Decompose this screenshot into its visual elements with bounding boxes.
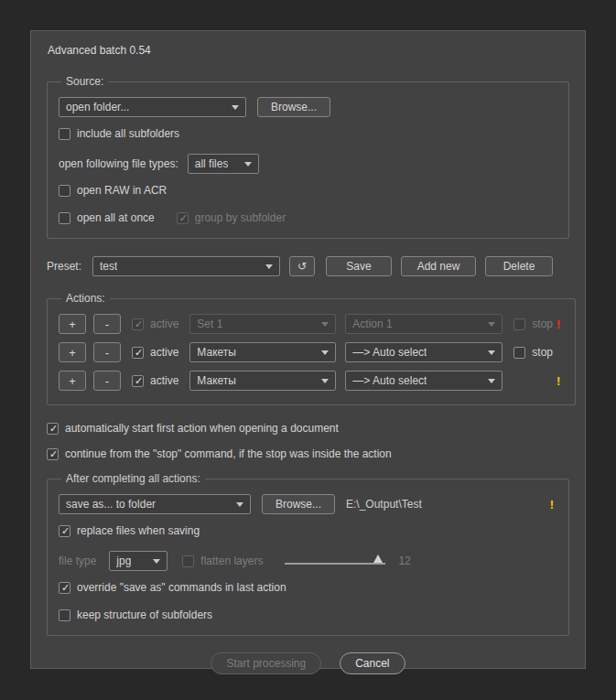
preset-value: test <box>100 260 117 273</box>
action-row-2: + - active Макеты —> Auto select stop <box>59 342 564 362</box>
open-raw-checkbox[interactable] <box>59 185 70 197</box>
source-folder-row: open folder... Browse... <box>59 97 557 117</box>
source-type-dropdown[interactable]: open folder... <box>59 97 246 117</box>
file-types-dropdown[interactable]: all files <box>188 154 259 174</box>
chevron-down-icon <box>236 502 243 507</box>
file-type-label: file type <box>59 555 96 567</box>
file-type-row: file type jpg flatten layers 12 <box>59 551 557 571</box>
preset-dropdown[interactable]: test <box>92 256 280 276</box>
action-name-value: —> Auto select <box>352 346 427 359</box>
action-active-checkbox[interactable] <box>132 375 144 387</box>
preset-row: Preset: test ↺ Save Add new Delete <box>47 256 569 276</box>
replace-files-checkbox[interactable] <box>59 525 70 537</box>
actions-group-title: Actions: <box>61 292 110 305</box>
action-name-dropdown: Action 1 <box>345 314 503 334</box>
replace-files-label: replace files when saving <box>77 524 200 537</box>
remove-action-button[interactable]: - <box>93 314 121 334</box>
cancel-button[interactable]: Cancel <box>340 652 405 674</box>
keep-structure-row: keep structure of subfolders <box>59 608 557 622</box>
save-mode-dropdown[interactable]: save as... to folder <box>59 494 251 514</box>
after-actions-group-title: After completing all actions: <box>61 472 205 485</box>
preset-label: Preset: <box>47 260 81 273</box>
add-action-button[interactable]: + <box>59 371 86 391</box>
add-action-button[interactable]: + <box>59 342 86 362</box>
open-all-checkbox[interactable] <box>59 212 70 224</box>
advanced-batch-dialog: Advanced batch 0.54 Source: open folder.… <box>30 30 586 669</box>
file-type-dropdown[interactable]: jpg <box>109 551 168 571</box>
open-all-label: open all at once <box>77 211 155 224</box>
override-save-row: override "save as" commands in last acti… <box>59 580 557 595</box>
open-raw-label: open RAW in ACR <box>77 184 167 197</box>
alert-warning-icon: ! <box>546 498 557 512</box>
action-set-dropdown: Set 1 <box>189 314 336 334</box>
actions-group: Actions: + - active Set 1 Action 1 stop … <box>47 292 576 405</box>
quality-slider[interactable] <box>285 555 385 567</box>
include-subfolders-checkbox[interactable] <box>59 128 70 140</box>
chevron-down-icon <box>488 322 495 327</box>
add-preset-button[interactable]: Add new <box>401 256 476 276</box>
refresh-preset-button[interactable]: ↺ <box>289 256 315 276</box>
action-name-value: Action 1 <box>352 318 392 330</box>
error-warning-icon: ! <box>553 318 564 331</box>
action-active-label: active <box>150 346 178 359</box>
save-mode-value: save as... to folder <box>66 498 156 511</box>
chevron-down-icon <box>232 105 239 110</box>
source-group-title: Source: <box>61 75 108 88</box>
quality-value: 12 <box>398 555 410 567</box>
save-preset-button[interactable]: Save <box>326 256 392 276</box>
chevron-down-icon <box>321 379 329 383</box>
action-active-checkbox[interactable] <box>132 347 144 359</box>
chevron-down-icon <box>265 264 273 269</box>
delete-preset-button[interactable]: Delete <box>485 256 553 276</box>
flatten-layers-checkbox <box>182 555 194 567</box>
auto-start-checkbox[interactable] <box>47 423 59 435</box>
keep-structure-checkbox[interactable] <box>59 609 70 621</box>
chevron-down-icon <box>321 322 329 327</box>
source-browse-button[interactable]: Browse... <box>257 97 330 117</box>
action-stop-checkbox[interactable] <box>513 347 525 359</box>
output-path: E:\_Output\Test <box>346 498 422 511</box>
action-row-3: + - active Макеты —> Auto select ! <box>59 371 564 391</box>
action-row-1: + - active Set 1 Action 1 stop ! <box>59 314 564 334</box>
group-by-subfolder-label: group by subfolder <box>195 211 286 224</box>
chevron-down-icon <box>321 350 329 355</box>
action-set-dropdown[interactable]: Макеты <box>189 371 336 391</box>
slider-thumb[interactable] <box>373 555 383 563</box>
source-type-value: open folder... <box>66 101 129 113</box>
continue-stop-checkbox[interactable] <box>47 448 59 460</box>
action-stop-checkbox <box>513 318 525 330</box>
auto-start-label: automatically start first action when op… <box>65 422 339 435</box>
chevron-down-icon <box>153 559 160 564</box>
file-types-value: all files <box>195 157 229 170</box>
action-active-label: active <box>150 374 178 387</box>
action-set-value: Макеты <box>197 374 236 387</box>
remove-action-button[interactable]: - <box>93 342 121 362</box>
action-set-dropdown[interactable]: Макеты <box>189 342 336 362</box>
refresh-icon: ↺ <box>297 260 307 273</box>
action-active-checkbox <box>132 318 144 330</box>
after-actions-group: After completing all actions: save as...… <box>47 472 569 636</box>
open-raw-row: open RAW in ACR <box>59 183 557 198</box>
start-processing-button: Start processing <box>211 652 321 674</box>
action-name-dropdown[interactable]: —> Auto select <box>345 342 503 362</box>
replace-files-row: replace files when saving <box>59 523 557 538</box>
global-options: automatically start first action when op… <box>47 421 569 461</box>
action-name-dropdown[interactable]: —> Auto select <box>345 371 503 391</box>
source-group: Source: open folder... Browse... include… <box>47 75 569 239</box>
continue-stop-row: continue from the "stop" command, if the… <box>47 447 569 461</box>
action-active-label: active <box>150 318 178 330</box>
slider-track <box>285 563 385 565</box>
output-browse-button[interactable]: Browse... <box>262 494 335 514</box>
save-destination-row: save as... to folder Browse... E:\_Outpu… <box>59 494 557 514</box>
chevron-down-icon <box>488 350 495 355</box>
chevron-down-icon <box>488 379 495 383</box>
action-set-value: Макеты <box>197 346 236 359</box>
remove-action-button[interactable]: - <box>93 371 121 391</box>
add-action-button[interactable]: + <box>59 314 86 334</box>
auto-start-row: automatically start first action when op… <box>47 421 569 436</box>
override-save-label: override "save as" commands in last acti… <box>77 581 286 594</box>
alert-warning-icon: ! <box>553 374 564 388</box>
flatten-layers-label: flatten layers <box>200 555 263 567</box>
override-save-checkbox[interactable] <box>59 582 70 594</box>
include-subfolders-label: include all subfolders <box>77 127 179 140</box>
